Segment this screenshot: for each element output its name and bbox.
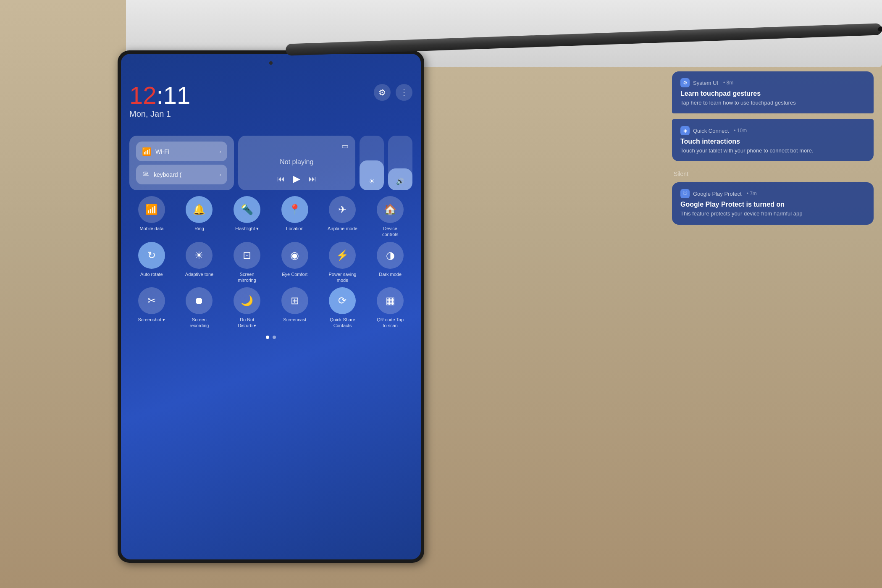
time-minutes: 11 [163, 81, 191, 109]
system-ui-time: • 8m [723, 80, 733, 86]
wifi-chevron: › [220, 149, 221, 155]
camera-dot [269, 61, 273, 65]
qs-tile-auto-rotate[interactable]: ↻Auto rotate [129, 242, 174, 284]
bluetooth-tile[interactable]: ᪤ keyboard ( › [136, 165, 227, 184]
qs-icon-power-save: ⚡ [329, 242, 356, 269]
qs-label-quick-share: Quick Share Contacts [327, 317, 357, 329]
qs-tile-dnd[interactable]: 🌙Do Not Disturb ▾ [225, 287, 269, 329]
qs-icon-mobile-data: 📶 [138, 196, 165, 223]
bluetooth-chevron: › [220, 172, 221, 178]
media-top: ▭ [245, 142, 349, 151]
quick-connect-app-name: Quick Connect [693, 128, 729, 134]
qs-label-device-controls: Device controls [375, 226, 405, 238]
system-ui-body: Tap here to learn how to use touchpad ge… [680, 99, 865, 107]
tablet-device: 12:11 Mon, Jan 1 ⚙ ⋮ 📶 Wi-Fi [118, 50, 424, 563]
media-controls: ⏮ ▶ ⏭ [245, 173, 349, 184]
qs-tile-power-save[interactable]: ⚡Power saving mode [320, 242, 365, 284]
qs-tile-qr-code[interactable]: ▦QR code Tap to scan [368, 287, 412, 329]
qs-icon-dark-mode: ◑ [377, 242, 404, 269]
media-tile[interactable]: ▭ Not playing ⏮ ▶ ⏭ [238, 136, 355, 190]
header-icons: ⚙ ⋮ [374, 84, 412, 101]
time-display: 12:11 [129, 83, 190, 108]
qs-label-adaptive-tone: Adaptive tone [185, 271, 213, 277]
play-protect-title: Google Play Protect is turned on [680, 201, 865, 208]
qs-icon-adaptive-tone: ☀ [186, 242, 213, 269]
qs-tile-ring[interactable]: 🔔Ring [177, 196, 222, 238]
qs-icon-screencast: ⊞ [281, 287, 308, 314]
quick-connect-title: Touch interactions [680, 138, 865, 145]
volume-icon: 🔊 [396, 177, 404, 185]
quick-connect-body: Touch your tablet with your phone to con… [680, 147, 865, 155]
volume-slider[interactable]: 🔊 [388, 136, 412, 190]
page-dot-1[interactable] [266, 336, 269, 339]
quick-connect-icon: ◈ [680, 126, 690, 135]
qs-tile-adaptive-tone[interactable]: ☀Adaptive tone [177, 242, 222, 284]
media-device-icon: ▭ [341, 142, 349, 151]
page-dots [129, 336, 412, 339]
notif-header: ⚙ System UI • 8m [680, 78, 865, 87]
bluetooth-label: keyboard ( [154, 171, 181, 178]
more-options-button[interactable]: ⋮ [396, 84, 412, 101]
page-dot-2[interactable] [273, 336, 276, 339]
qs-label-qr-code: QR code Tap to scan [375, 317, 405, 329]
quick-connect-time: • 10m [734, 128, 747, 134]
qs-icon-airplane: ✈ [329, 196, 356, 223]
quick-settings-grid: 📶Mobile data🔔Ring🔦Flashlight ▾📍Location✈… [129, 196, 412, 329]
notification-play-protect[interactable]: 🛡 Google Play Protect • 7m Google Play P… [672, 182, 874, 224]
qs-icon-screenshot: ✂ [138, 287, 165, 314]
system-ui-icon: ⚙ [680, 78, 690, 87]
qs-label-location: Location [286, 226, 304, 231]
play-protect-body: This feature protects your device from h… [680, 210, 865, 218]
brightness-icon: ☀ [369, 177, 375, 185]
qs-label-airplane: Airplane mode [328, 226, 357, 231]
qs-icon-eye-comfort: ◉ [281, 242, 308, 269]
qs-tile-screen-record[interactable]: ⏺Screen recording [177, 287, 222, 329]
qs-label-screen-record: Screen recording [184, 317, 214, 329]
connectivity-tile: 📶 Wi-Fi › ᪤ keyboard ( › [129, 136, 234, 190]
wifi-label: Wi-Fi [155, 148, 169, 155]
silent-label: Silent [672, 167, 874, 179]
notifications-panel: ⚙ System UI • 8m Learn touchpad gestures… [672, 0, 882, 588]
qs-label-ring: Ring [194, 226, 204, 231]
date-display: Mon, Jan 1 [129, 109, 190, 119]
qs-icon-device-controls: 🏠 [377, 196, 404, 223]
top-tiles-row: 📶 Wi-Fi › ᪤ keyboard ( › [129, 136, 412, 190]
qs-tile-location[interactable]: 📍Location [273, 196, 317, 238]
play-protect-app-name: Google Play Protect [693, 191, 742, 197]
qs-label-screenshot: Screenshot ▾ [138, 317, 165, 323]
system-ui-title: Learn touchpad gestures [680, 90, 865, 97]
notification-quick-connect[interactable]: ◈ Quick Connect • 10m Touch interactions… [672, 119, 874, 161]
qs-tile-device-controls[interactable]: 🏠Device controls [368, 196, 412, 238]
qs-label-eye-comfort: Eye Comfort [282, 271, 307, 277]
media-next-button[interactable]: ⏭ [309, 175, 316, 184]
qs-tile-flashlight[interactable]: 🔦Flashlight ▾ [225, 196, 269, 238]
time-hour: 12 [129, 81, 157, 109]
wifi-tile[interactable]: 📶 Wi-Fi › [136, 142, 227, 161]
qs-icon-quick-share: ⟳ [329, 287, 356, 314]
qs-tile-quick-share[interactable]: ⟳Quick Share Contacts [320, 287, 365, 329]
qs-tile-screencast[interactable]: ⊞Screencast [273, 287, 317, 329]
qs-tile-mobile-data[interactable]: 📶Mobile data [129, 196, 174, 238]
notification-system-ui[interactable]: ⚙ System UI • 8m Learn touchpad gestures… [672, 71, 874, 113]
qs-tile-eye-comfort[interactable]: ◉Eye Comfort [273, 242, 317, 284]
tablet-screen: 12:11 Mon, Jan 1 ⚙ ⋮ 📶 Wi-Fi [121, 54, 421, 559]
media-play-button[interactable]: ▶ [293, 173, 300, 184]
qs-tile-screenshot[interactable]: ✂Screenshot ▾ [129, 287, 174, 329]
qs-label-dark-mode: Dark mode [379, 271, 402, 277]
qs-icon-screen-record: ⏺ [186, 287, 213, 314]
qs-tile-dark-mode[interactable]: ◑Dark mode [368, 242, 412, 284]
qc-notif-header: ◈ Quick Connect • 10m [680, 126, 865, 135]
qs-tile-airplane[interactable]: ✈Airplane mode [320, 196, 365, 238]
settings-button[interactable]: ⚙ [374, 84, 391, 101]
gpp-notif-header: 🛡 Google Play Protect • 7m [680, 189, 865, 198]
play-protect-time: • 7m [747, 191, 757, 197]
qs-icon-dnd: 🌙 [234, 287, 260, 314]
brightness-slider[interactable]: ☀ [360, 136, 384, 190]
qs-tile-screen-mirror[interactable]: ⊡Screen mirroring [225, 242, 269, 284]
wifi-icon: 📶 [142, 147, 151, 156]
qs-icon-screen-mirror: ⊡ [234, 242, 260, 269]
qs-icon-qr-code: ▦ [377, 287, 404, 314]
qs-label-screencast: Screencast [283, 317, 306, 323]
media-not-playing: Not playing [245, 151, 349, 173]
media-prev-button[interactable]: ⏮ [277, 175, 285, 184]
